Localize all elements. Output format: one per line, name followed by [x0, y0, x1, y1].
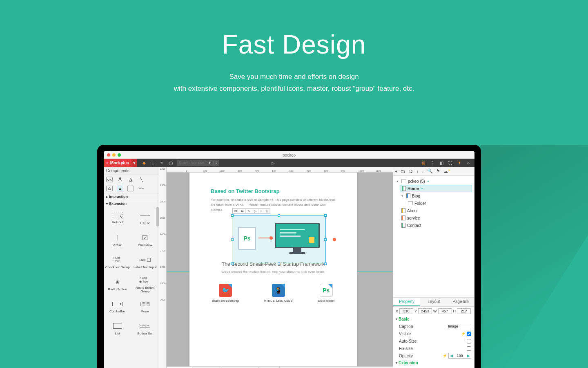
y-input[interactable]: [418, 308, 432, 314]
component-checkbox-group[interactable]: ☑ One☐ TwoCheckbox Group: [104, 251, 131, 273]
h-input[interactable]: [457, 308, 471, 314]
tree-page-home[interactable]: Home•: [401, 185, 472, 192]
play-icon[interactable]: ▷: [270, 159, 277, 166]
app-menu-button[interactable]: ≡Mockplus: [104, 159, 131, 167]
scrollbar-thumb[interactable]: [156, 207, 159, 227]
category-extension[interactable]: Extension: [104, 200, 159, 207]
w-input[interactable]: [438, 308, 452, 314]
component-radio[interactable]: ◉Radio Button: [104, 273, 131, 295]
page-artboard[interactable]: Based on Twitter Bootstrap For example, …: [189, 173, 357, 366]
help-icon[interactable]: ?: [429, 159, 436, 166]
rect-component-icon[interactable]: [127, 186, 134, 191]
feature-card[interactable]: PsBlock Model: [318, 284, 334, 302]
autosize-checkbox[interactable]: [467, 339, 471, 343]
image-component-icon[interactable]: ▲: [117, 186, 123, 191]
link-handle[interactable]: [333, 238, 336, 241]
caption-input[interactable]: [447, 324, 471, 329]
component-list[interactable]: List: [104, 317, 131, 339]
category-interaction[interactable]: Interaction: [104, 193, 159, 200]
fullscreen-icon[interactable]: ⛶: [447, 159, 454, 166]
window-title: pockeo: [104, 153, 474, 157]
visible-checkbox[interactable]: [467, 332, 471, 336]
resize-handle[interactable]: [324, 214, 327, 217]
component-radio-group[interactable]: ○ One◉ TwoRadio Button Group: [131, 273, 159, 295]
curve-component-icon[interactable]: 〰: [138, 186, 145, 191]
component-label-input[interactable]: LabelLabel Text Input: [131, 251, 159, 273]
fixsize-checkbox[interactable]: [467, 346, 471, 351]
smiley-component-icon[interactable]: ☺: [106, 186, 113, 191]
panel-toggle-icon[interactable]: ◧: [438, 159, 445, 166]
component-label: Checkbox Group: [105, 265, 130, 269]
selected-image[interactable]: ✉⇆✎▷⌂⎘ Ps: [232, 215, 326, 264]
cloud-icon[interactable]: ☁●: [443, 168, 450, 174]
tab-pagelink[interactable]: Page link: [448, 298, 474, 306]
component-label: Form: [141, 310, 149, 313]
new-folder-icon[interactable]: 🗀: [401, 169, 405, 174]
tree-page-blog[interactable]: ▾Blog: [401, 192, 472, 200]
opacity-input[interactable]: [454, 354, 466, 358]
component-buttonbar[interactable]: OneTwButton Bar: [131, 317, 159, 339]
x-input[interactable]: [399, 308, 413, 314]
down-icon[interactable]: ↓: [422, 169, 424, 174]
tool-ic[interactable]: ✉: [233, 209, 239, 213]
resize-handle[interactable]: [231, 238, 234, 241]
ok-button-icon[interactable]: OK: [106, 177, 113, 182]
search-input[interactable]: [177, 161, 206, 165]
device-frame: pockeo ≡Mockplus ▼ ◆ ☺ ☆ ▢ ▼ 1 ▷ ⊞ ? ◧ ⛶…: [97, 145, 481, 368]
opacity-decr[interactable]: ◀: [449, 354, 454, 358]
component-hotspot[interactable]: ↖Hotspot: [104, 207, 131, 229]
resize-handle[interactable]: [324, 263, 327, 265]
tab-layout[interactable]: Layout: [420, 298, 447, 306]
search-icon[interactable]: 🔍: [427, 168, 433, 174]
tree-page-about[interactable]: About: [401, 207, 472, 214]
resize-handle[interactable]: [324, 238, 327, 241]
add-page-icon[interactable]: +: [395, 169, 397, 174]
component-hrule[interactable]: ───H.Rule: [131, 207, 159, 229]
close-icon[interactable]: ✕: [465, 159, 472, 166]
resize-handle[interactable]: [278, 214, 280, 217]
tree-page-contact[interactable]: Contact: [401, 222, 472, 229]
selection-toolbar[interactable]: ✉⇆✎▷⌂⎘: [232, 208, 270, 214]
tool-ic[interactable]: ⇆: [239, 209, 246, 213]
up-icon[interactable]: ↑: [416, 169, 419, 174]
feature-card[interactable]: 🐦Based on Bootstrap: [212, 284, 239, 302]
prop-label: Caption: [399, 324, 447, 329]
cube-icon[interactable]: ◆: [140, 159, 148, 166]
component-combobox[interactable]: ▼ComboBox: [104, 295, 131, 317]
gift-icon[interactable]: ✦: [456, 159, 463, 166]
smiley-icon[interactable]: ☺: [149, 159, 157, 166]
ruler-vertical: 220023002400250026002700280029003000: [159, 167, 167, 368]
feature-card[interactable]: 📱HTML 5, Less, CSS 3: [264, 284, 292, 302]
star-icon[interactable]: ☆: [158, 159, 166, 166]
grid-icon[interactable]: ⊞: [420, 159, 427, 166]
resize-handle[interactable]: [231, 263, 234, 265]
component-vrule[interactable]: │V.Rule: [104, 229, 131, 251]
underline-a-icon[interactable]: A: [127, 177, 134, 182]
resize-handle[interactable]: [231, 214, 234, 217]
window-icon[interactable]: ▢: [167, 159, 175, 166]
tool-ic[interactable]: ⌂: [258, 209, 264, 213]
resize-handle[interactable]: [278, 263, 280, 265]
section-basic[interactable]: Basic: [393, 316, 474, 323]
text-a-icon[interactable]: A: [117, 177, 123, 182]
search-dropdown-icon[interactable]: ▼: [206, 161, 213, 165]
opacity-incr[interactable]: ▶: [466, 354, 471, 358]
flag-icon[interactable]: ⚑: [436, 168, 440, 174]
tree-page-service[interactable]: service: [401, 214, 472, 222]
buttonbar-icon: OneTw: [139, 321, 151, 330]
component-checkbox[interactable]: ✓Checkbox: [131, 229, 159, 251]
save-icon[interactable]: 🖫: [408, 169, 413, 174]
tool-ic[interactable]: ⎘: [264, 209, 270, 213]
section-extension[interactable]: Extension: [393, 359, 474, 366]
line-icon[interactable]: ╲: [138, 177, 145, 182]
tool-ic[interactable]: ✎: [246, 209, 252, 213]
opacity-stepper[interactable]: ◀▶: [448, 353, 471, 359]
tree-folder[interactable]: Folder: [407, 200, 472, 207]
search-component[interactable]: ▼ 1: [177, 160, 219, 166]
component-form[interactable]: Form: [131, 295, 159, 317]
tree-project[interactable]: ▾pckeo (5)•: [396, 177, 472, 185]
app-menu-dropdown[interactable]: ▼: [131, 159, 137, 167]
design-canvas[interactable]: Based on Twitter Bootstrap For example, …: [167, 173, 393, 366]
tab-property[interactable]: Property: [393, 298, 420, 306]
tool-ic[interactable]: ▷: [252, 209, 258, 213]
